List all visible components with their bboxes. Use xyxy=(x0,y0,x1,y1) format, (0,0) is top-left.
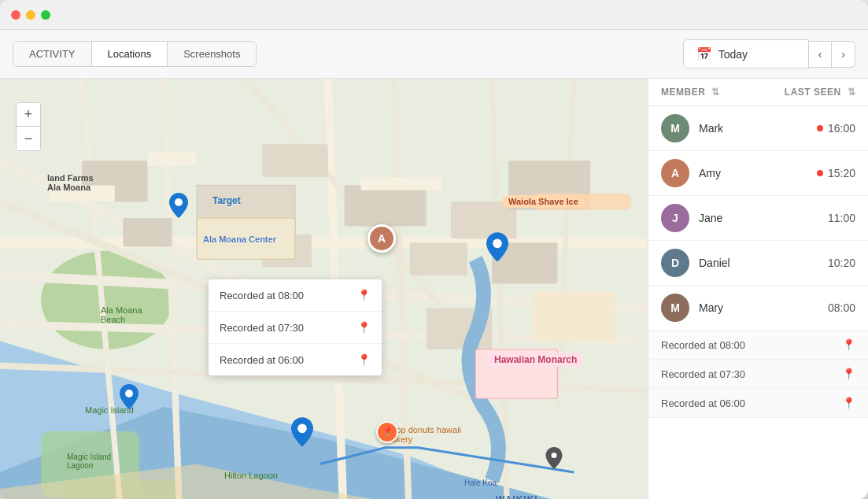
sidebar-header: MEMBER ⇅ LAST SEEN ⇅ xyxy=(648,79,868,106)
svg-rect-33 xyxy=(197,218,295,259)
popup-item-2[interactable]: Recorded at 07:30 📍 xyxy=(209,312,382,344)
tab-activity[interactable]: ACTIVITY xyxy=(13,42,92,66)
svg-rect-27 xyxy=(123,218,172,246)
map-controls: + − xyxy=(16,102,41,151)
main-window: ACTIVITY Locations Screenshots 📅 Today ‹… xyxy=(0,0,868,499)
popup-item-3[interactable]: Recorded at 06:00 📍 xyxy=(209,344,382,375)
svg-rect-37 xyxy=(533,194,631,210)
svg-rect-35 xyxy=(148,153,198,166)
map-pin-1[interactable] xyxy=(169,193,188,221)
maximize-button[interactable] xyxy=(41,10,50,20)
minimize-button[interactable] xyxy=(26,10,35,20)
location-sub-label-2: Recorded at 07:30 xyxy=(661,368,745,380)
avatar-jane: J xyxy=(661,204,689,232)
member-row-amy[interactable]: A Amy 15:20 xyxy=(648,151,868,196)
member-name-amy: Amy xyxy=(699,167,817,179)
location-sub-row-3[interactable]: Recorded at 06:00 📍 xyxy=(648,389,868,418)
avatar-mary: M xyxy=(661,294,689,322)
date-label: Today xyxy=(718,48,748,61)
prev-date-button[interactable]: ‹ xyxy=(809,41,833,68)
map-pin-3[interactable] xyxy=(120,384,139,412)
map-popup: Recorded at 08:00 📍 Recorded at 07:30 📍 … xyxy=(209,279,382,375)
svg-point-41 xyxy=(493,239,502,249)
popup-item-1[interactable]: Recorded at 08:00 📍 xyxy=(209,279,382,312)
member-time-mark: 16:00 xyxy=(817,122,855,135)
svg-point-43 xyxy=(297,424,307,434)
svg-point-40 xyxy=(175,198,183,206)
avatar-amy: A xyxy=(661,159,689,187)
tab-locations[interactable]: Locations xyxy=(92,42,168,66)
title-bar xyxy=(0,0,868,30)
map-area[interactable]: land FarmsAla Moana Target Ala Moana Cen… xyxy=(0,79,648,499)
member-time-jane: 11:00 xyxy=(828,212,855,224)
svg-point-42 xyxy=(125,390,133,397)
map-pin-end[interactable] xyxy=(545,447,563,472)
popup-pin-1: 📍 xyxy=(357,289,371,301)
svg-rect-26 xyxy=(262,144,327,177)
col-lastseen-header: LAST SEEN ⇅ xyxy=(785,87,855,98)
location-sub-label-1: Recorded at 08:00 xyxy=(661,339,745,351)
avatar-daniel: D xyxy=(661,249,689,277)
member-name-mark: Mark xyxy=(699,122,817,135)
svg-rect-36 xyxy=(360,177,442,190)
sort-lastseen-icon[interactable]: ⇅ xyxy=(848,87,856,98)
online-dot-mark xyxy=(817,125,823,131)
svg-rect-38 xyxy=(475,349,557,399)
content-area: land FarmsAla Moana Target Ala Moana Cen… xyxy=(0,79,868,499)
popup-pin-3: 📍 xyxy=(357,353,371,366)
online-dot-amy xyxy=(817,170,823,176)
member-name-daniel: Daniel xyxy=(699,257,828,269)
sub-pin-3: 📍 xyxy=(842,397,855,409)
date-nav: 📅 Today ‹ › xyxy=(683,39,855,68)
date-display[interactable]: 📅 Today xyxy=(683,39,809,68)
next-date-button[interactable]: › xyxy=(832,41,855,68)
map-pin-avatar[interactable]: A xyxy=(368,224,396,253)
map-pin-food[interactable]: 📍 xyxy=(376,421,398,443)
traffic-lights xyxy=(11,10,50,20)
sort-member-icon[interactable]: ⇅ xyxy=(711,87,720,98)
svg-rect-34 xyxy=(50,185,115,201)
popup-label-3: Recorded at 06:00 xyxy=(220,354,304,366)
toolbar: ACTIVITY Locations Screenshots 📅 Today ‹… xyxy=(0,30,868,79)
location-sub-label-3: Recorded at 06:00 xyxy=(661,397,745,409)
member-time-amy: 15:20 xyxy=(817,167,855,179)
popup-label-2: Recorded at 07:30 xyxy=(220,322,304,334)
sub-pin-1: 📍 xyxy=(842,338,855,351)
map-pin-2[interactable] xyxy=(486,232,508,265)
col-member-header: MEMBER ⇅ xyxy=(661,87,785,98)
member-name-jane: Jane xyxy=(699,212,828,224)
member-time-mary: 08:00 xyxy=(828,301,855,314)
svg-rect-23 xyxy=(345,185,427,226)
member-row-jane[interactable]: J Jane 11:00 xyxy=(648,196,868,241)
popup-pin-2: 📍 xyxy=(357,321,371,334)
member-name-mary: Mary xyxy=(699,301,828,314)
location-sub-row-2[interactable]: Recorded at 07:30 📍 xyxy=(648,360,868,389)
member-row-mark[interactable]: M Mark 16:00 xyxy=(648,106,868,151)
tab-screenshots[interactable]: Screenshots xyxy=(168,42,256,66)
member-row-mary[interactable]: M Mary 08:00 xyxy=(648,286,868,331)
calendar-icon: 📅 xyxy=(696,46,712,61)
sidebar: MEMBER ⇅ LAST SEEN ⇅ M Mark 16:00 A xyxy=(648,79,868,499)
tab-group: ACTIVITY Locations Screenshots xyxy=(13,41,257,67)
svg-point-44 xyxy=(552,453,557,458)
member-time-daniel: 10:20 xyxy=(828,257,855,269)
svg-rect-30 xyxy=(533,292,615,342)
avatar-mark: M xyxy=(661,114,689,142)
zoom-out-button[interactable]: − xyxy=(17,127,40,150)
member-row-daniel[interactable]: D Daniel 10:20 xyxy=(648,241,868,286)
close-button[interactable] xyxy=(11,10,20,20)
zoom-in-button[interactable]: + xyxy=(17,103,40,127)
popup-label-1: Recorded at 08:00 xyxy=(220,290,304,301)
location-sub-row-1[interactable]: Recorded at 08:00 📍 xyxy=(648,331,868,360)
sub-pin-2: 📍 xyxy=(842,368,855,380)
svg-rect-28 xyxy=(410,242,467,275)
map-pin-4[interactable] xyxy=(291,417,313,450)
